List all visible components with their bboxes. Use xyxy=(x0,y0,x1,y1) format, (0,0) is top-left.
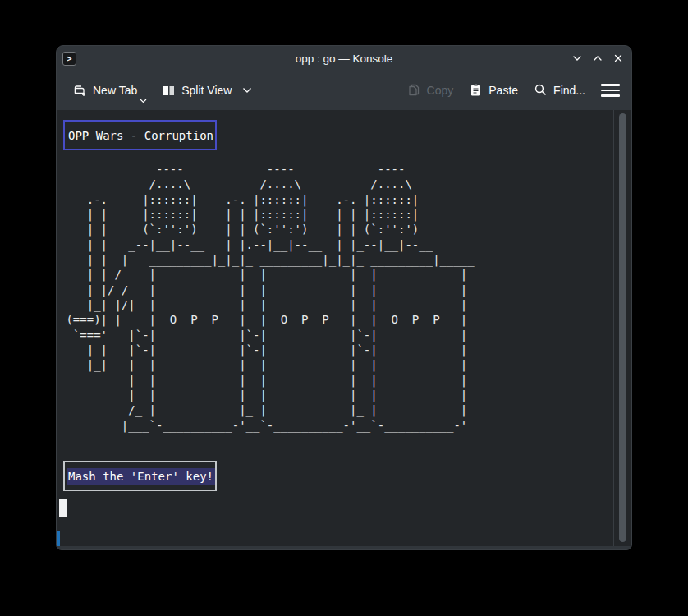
split-view-button[interactable]: Split View xyxy=(162,84,252,98)
prompt-text: Mash the 'Enter' key! xyxy=(67,468,215,485)
hamburger-icon xyxy=(601,84,620,85)
search-icon xyxy=(534,83,548,97)
copy-label: Copy xyxy=(427,84,454,97)
find-button[interactable]: Find... xyxy=(534,83,585,97)
new-tab-icon xyxy=(73,84,87,98)
split-view-dropdown-icon[interactable] xyxy=(242,87,252,94)
game-title-text: OPP Wars - Corruption xyxy=(68,129,213,142)
scrollbar-thumb[interactable] xyxy=(619,113,626,542)
terminal-screen[interactable]: OPP Wars - Corruption ---- ---- ---- /..… xyxy=(57,110,631,546)
close-icon[interactable] xyxy=(612,52,625,65)
window-titlebar[interactable]: > opp : go — Konsole xyxy=(57,46,631,71)
window-title: opp : go — Konsole xyxy=(57,53,631,65)
new-tab-dropdown-icon[interactable] xyxy=(140,99,147,103)
game-title-box: OPP Wars - Corruption xyxy=(63,120,217,150)
activity-indicator xyxy=(57,531,60,546)
scrollbar[interactable] xyxy=(613,110,630,546)
split-view-label: Split View xyxy=(181,84,232,97)
paste-label: Paste xyxy=(488,84,518,97)
toolbar-right-group: Copy Paste xyxy=(407,82,620,98)
window-controls xyxy=(571,52,625,65)
prompt-box: Mash the 'Enter' key! xyxy=(63,461,217,491)
copy-button[interactable]: Copy xyxy=(407,83,454,97)
konsole-app-icon: > xyxy=(62,52,76,66)
minimize-icon[interactable] xyxy=(571,52,584,65)
slot-machine-ascii-art: ---- ---- ---- /....\ /....\ /....\ .-. … xyxy=(59,162,475,433)
copy-icon xyxy=(407,83,421,97)
paste-button[interactable]: Paste xyxy=(469,83,518,97)
terminal-cursor xyxy=(59,499,67,517)
maximize-icon[interactable] xyxy=(591,52,604,65)
new-tab-label: New Tab xyxy=(93,84,137,97)
toolbar: New Tab Split View xyxy=(57,71,631,110)
paste-icon xyxy=(469,83,483,97)
konsole-window: > opp : go — Konsole New Tab xyxy=(56,45,632,550)
menu-button[interactable] xyxy=(601,82,620,98)
new-tab-button[interactable]: New Tab xyxy=(73,84,137,98)
find-label: Find... xyxy=(553,84,585,97)
split-view-icon xyxy=(162,84,176,98)
